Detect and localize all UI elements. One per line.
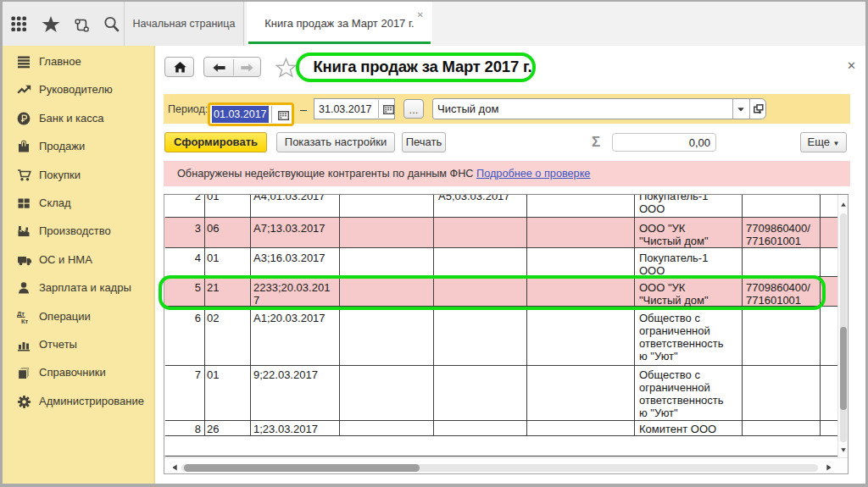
svg-text:Кт: Кт [21,318,29,325]
